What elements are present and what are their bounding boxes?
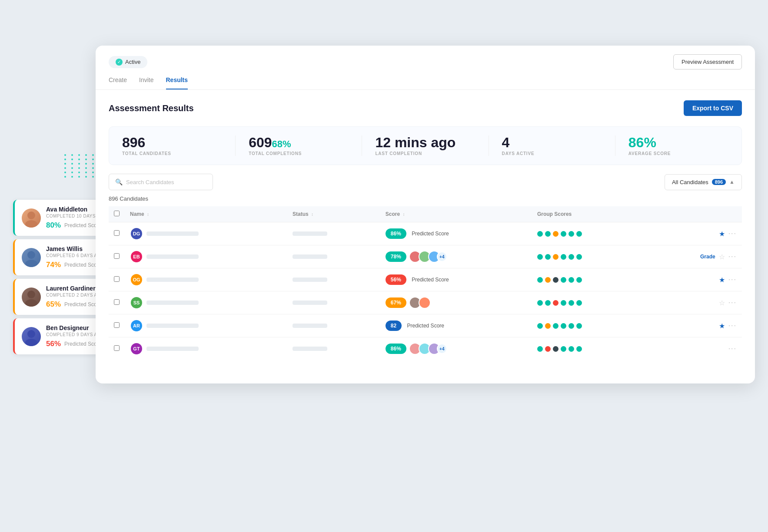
card-score: 65% xyxy=(46,300,61,309)
search-icon: 🔍 xyxy=(115,178,123,185)
group-dot xyxy=(561,300,566,306)
main-panel: ✓ Active Preview Assessment Create Invit… xyxy=(96,46,755,383)
export-csv-button[interactable]: Export to CSV xyxy=(684,100,742,116)
table-row: GT 86% xyxy=(109,337,742,360)
tab-invite[interactable]: Invite xyxy=(139,76,153,89)
more-options-icon[interactable]: ··· xyxy=(728,230,737,238)
group-dot xyxy=(561,323,566,329)
row-status-cell xyxy=(287,314,380,337)
group-dot xyxy=(561,346,566,352)
svg-point-6 xyxy=(27,330,35,338)
group-dot xyxy=(537,277,543,283)
preview-assessment-button[interactable]: Preview Assessment xyxy=(673,54,742,69)
predicted-score-label: Predicted Score xyxy=(412,277,449,283)
more-options-icon[interactable]: ··· xyxy=(728,276,737,284)
more-options-icon[interactable]: ··· xyxy=(728,322,737,330)
status-skeleton xyxy=(293,254,327,259)
row-score-cell: 56% Predicted Score xyxy=(380,268,532,291)
svg-point-4 xyxy=(27,291,35,298)
col-score: Score ↕ xyxy=(380,206,532,222)
grade-link[interactable]: Grade xyxy=(700,254,715,260)
row-name-cell: AR xyxy=(125,314,287,337)
name-skeleton xyxy=(146,347,199,351)
svg-point-3 xyxy=(25,260,37,267)
stat-total-completions: 60968% TOTAL COMPLETIONS xyxy=(249,135,362,156)
stat-value: 60968% xyxy=(249,135,349,149)
more-options-icon[interactable]: ··· xyxy=(728,253,737,261)
row-name-cell: SS xyxy=(125,291,287,314)
row-checkbox[interactable] xyxy=(114,322,120,328)
candidate-initials-avatar: AR xyxy=(130,319,143,332)
stat-label: DAYS ACTIVE xyxy=(502,151,602,156)
row-score-cell: 82 Predicted Score xyxy=(380,314,532,337)
candidates-count: 896 Candidates xyxy=(109,195,742,202)
group-dot xyxy=(553,300,559,306)
status-label: Active xyxy=(125,59,140,65)
avatar xyxy=(22,327,41,346)
avatar-plus: +4 xyxy=(437,344,447,354)
predicted-score-label: Predicted Score xyxy=(412,231,449,237)
svg-point-7 xyxy=(25,339,37,346)
search-box[interactable]: 🔍 Search Candidates xyxy=(109,174,213,190)
group-dot xyxy=(576,231,582,237)
chevron-up-icon: ▲ xyxy=(729,179,735,185)
row-checkbox[interactable] xyxy=(114,253,120,259)
group-dot xyxy=(569,300,574,306)
tab-create[interactable]: Create xyxy=(109,76,127,89)
group-dot xyxy=(545,231,551,237)
group-dot xyxy=(537,254,543,260)
score-badge: 78% xyxy=(386,251,406,262)
group-dot xyxy=(576,300,582,306)
row-checkbox-cell xyxy=(109,245,125,268)
svg-point-2 xyxy=(27,251,35,259)
candidate-initials-avatar: SS xyxy=(130,296,143,309)
avatar xyxy=(22,287,41,307)
top-bar: ✓ Active Preview Assessment xyxy=(96,46,755,69)
row-group-scores-cell xyxy=(532,337,645,360)
avatar xyxy=(22,248,41,267)
stat-label: AVERAGE SCORE xyxy=(628,151,728,156)
col-group-scores: Group Scores xyxy=(532,206,645,222)
card-score: 80% xyxy=(46,221,61,230)
row-checkbox[interactable] xyxy=(114,230,120,236)
row-actions-cell: ★ ··· xyxy=(645,268,742,291)
filter-dropdown[interactable]: All Candidates 896 ▲ xyxy=(665,174,742,190)
star-icon[interactable]: ★ xyxy=(719,230,725,238)
row-group-scores-cell xyxy=(532,245,645,268)
sort-icon: ↕ xyxy=(311,212,313,217)
row-score-cell: 86% +4 xyxy=(380,337,532,360)
stat-value: 4 xyxy=(502,135,602,149)
section-title: Assessment Results xyxy=(109,103,194,113)
more-options-icon[interactable]: ··· xyxy=(728,345,737,353)
group-dot xyxy=(537,346,543,352)
star-icon[interactable]: ☆ xyxy=(719,253,725,261)
stat-average-score: 86% AVERAGE SCORE xyxy=(628,135,728,156)
status-skeleton xyxy=(293,301,327,305)
stat-label: LAST COMPLETION xyxy=(375,151,475,156)
star-icon[interactable]: ★ xyxy=(719,322,725,330)
avatar-group: +4 xyxy=(409,251,447,263)
table-row: OG 56% Predicted Score xyxy=(109,268,742,291)
star-icon[interactable]: ☆ xyxy=(719,299,725,307)
more-options-icon[interactable]: ··· xyxy=(728,299,737,307)
group-dot xyxy=(537,323,543,329)
row-checkbox[interactable] xyxy=(114,345,120,351)
row-actions-cell: ☆ ··· xyxy=(645,291,742,314)
stat-value: 12 mins ago xyxy=(375,135,475,149)
select-all-checkbox[interactable] xyxy=(114,211,120,216)
stat-total-candidates: 896 TOTAL CANDIDATES xyxy=(122,135,236,156)
card-score: 56% xyxy=(46,340,61,348)
group-dot xyxy=(569,254,574,260)
name-skeleton xyxy=(146,231,199,236)
table-row: SS 67% xyxy=(109,291,742,314)
group-dot xyxy=(545,300,551,306)
stat-last-completion: 12 mins ago LAST COMPLETION xyxy=(375,135,489,156)
row-checkbox-cell xyxy=(109,337,125,360)
row-checkbox[interactable] xyxy=(114,276,120,282)
row-checkbox-cell xyxy=(109,291,125,314)
tab-results[interactable]: Results xyxy=(166,76,188,89)
group-dot xyxy=(553,346,559,352)
group-dot xyxy=(576,277,582,283)
row-checkbox[interactable] xyxy=(114,299,120,305)
star-icon[interactable]: ★ xyxy=(719,276,725,284)
